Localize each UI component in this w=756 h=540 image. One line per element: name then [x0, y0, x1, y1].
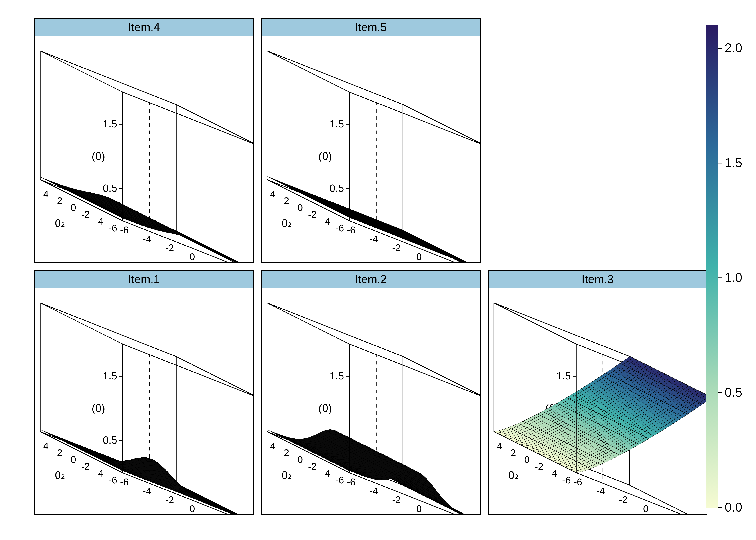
svg-text:1.5: 1.5: [329, 118, 344, 130]
svg-text:0: 0: [189, 251, 195, 262]
colorbar: 0.00.51.01.52.0: [705, 18, 742, 515]
svg-text:2: 2: [212, 260, 218, 262]
svg-text:4: 4: [497, 441, 502, 451]
svg-text:4: 4: [43, 441, 49, 451]
svg-line-106: [403, 356, 480, 398]
plot-area: 0.51.5(θ)-6-4-20246θ₁-6-4-20246θ₂: [35, 288, 253, 514]
svg-text:0: 0: [643, 503, 649, 514]
svg-text:-2: -2: [81, 461, 90, 472]
svg-text:-2: -2: [308, 209, 316, 220]
svg-text:0: 0: [524, 454, 530, 465]
svg-text:-6: -6: [120, 224, 129, 235]
svg-text:2: 2: [212, 512, 218, 514]
svg-text:-4: -4: [322, 468, 330, 478]
svg-text:-2: -2: [81, 209, 90, 220]
panel-Item.2: Item.20.51.5(θ)-6-4-20246θ₁-6-4-20246θ₂: [261, 270, 481, 515]
svg-text:2: 2: [57, 447, 62, 458]
surface: [40, 177, 253, 262]
plot-area: 0.51.5(θ)-6-4-20246θ₁-6-4-20246θ₂: [488, 288, 707, 514]
plot-area: 0.51.5(θ)-6-4-20246θ₁-6-4-20246θ₂: [35, 36, 253, 262]
svg-text:θ₂: θ₂: [55, 217, 65, 229]
svg-text:-4: -4: [322, 216, 330, 227]
svg-line-73: [123, 344, 253, 398]
colorbar-tick: 2.0: [725, 41, 742, 55]
svg-line-142: [494, 303, 576, 344]
svg-line-151: [576, 473, 707, 514]
svg-text:1.5: 1.5: [557, 370, 571, 382]
svg-line-5: [123, 92, 253, 146]
svg-text:-6: -6: [574, 476, 582, 487]
surface: [40, 430, 253, 514]
colorbar-tick: 1.5: [725, 156, 742, 170]
svg-text:-4: -4: [370, 233, 378, 244]
svg-text:1.5: 1.5: [329, 370, 344, 382]
svg-line-4: [176, 105, 253, 146]
svg-text:(θ): (θ): [318, 150, 332, 162]
svg-text:-6: -6: [562, 474, 571, 485]
svg-line-108: [267, 303, 349, 344]
svg-line-71: [40, 303, 176, 356]
strip-title: Item.1: [35, 271, 253, 288]
strip-title: Item.3: [488, 271, 707, 288]
svg-text:2: 2: [510, 447, 516, 458]
svg-text:2: 2: [57, 195, 62, 206]
svg-text:-4: -4: [143, 485, 151, 496]
svg-text:-4: -4: [596, 485, 605, 496]
svg-text:-4: -4: [143, 233, 151, 244]
svg-text:0: 0: [298, 454, 303, 465]
svg-line-40: [267, 51, 349, 92]
svg-text:0: 0: [189, 503, 195, 514]
svg-line-72: [176, 356, 253, 398]
svg-text:2: 2: [439, 260, 444, 262]
svg-text:2: 2: [439, 512, 444, 514]
svg-line-105: [267, 303, 403, 356]
panel-grid: Item.40.51.5(θ)-6-4-20246θ₁-6-4-20246θ₂I…: [34, 18, 707, 515]
svg-text:4: 4: [270, 189, 275, 199]
svg-text:4: 4: [43, 189, 49, 199]
panel-Item.5: Item.50.51.5(θ)-6-4-20246θ₁-6-4-20246θ₂: [261, 18, 481, 263]
svg-text:-2: -2: [166, 494, 174, 505]
svg-text:-2: -2: [166, 242, 174, 253]
svg-text:-4: -4: [95, 216, 103, 227]
svg-line-38: [403, 105, 480, 146]
svg-text:1.5: 1.5: [103, 118, 117, 130]
svg-text:0.5: 0.5: [103, 182, 117, 194]
svg-text:-6: -6: [335, 474, 344, 485]
surface: [267, 430, 480, 514]
svg-text:-2: -2: [392, 494, 401, 505]
svg-text:0.5: 0.5: [329, 182, 344, 194]
plot-area: 0.51.5(θ)-6-4-20246θ₁-6-4-20246θ₂: [262, 36, 480, 262]
svg-rect-170: [705, 25, 718, 508]
svg-line-6: [40, 51, 123, 92]
svg-line-107: [349, 344, 480, 398]
svg-text:-2: -2: [392, 242, 401, 253]
svg-line-139: [494, 303, 630, 356]
svg-text:-2: -2: [619, 494, 628, 505]
svg-line-3: [40, 51, 176, 105]
svg-text:1.5: 1.5: [103, 370, 117, 382]
svg-text:0: 0: [416, 251, 422, 262]
panel-empty: [488, 18, 707, 263]
svg-text:-4: -4: [370, 485, 378, 496]
svg-text:(θ): (θ): [92, 150, 105, 162]
svg-line-37: [267, 51, 403, 105]
svg-line-74: [40, 303, 123, 344]
svg-line-15: [123, 221, 253, 262]
svg-text:2: 2: [284, 447, 289, 458]
surface: [267, 177, 480, 262]
plot-area: 0.51.5(θ)-6-4-20246θ₁-6-4-20246θ₂: [262, 288, 480, 514]
panel-Item.3: Item.30.51.5(θ)-6-4-20246θ₁-6-4-20246θ₂: [488, 270, 707, 515]
svg-text:0.5: 0.5: [103, 434, 117, 446]
colorbar-tick: 0.0: [725, 500, 742, 514]
svg-text:0: 0: [416, 503, 422, 514]
svg-text:-6: -6: [108, 223, 117, 233]
svg-text:0: 0: [71, 454, 76, 465]
svg-text:-6: -6: [120, 476, 129, 487]
svg-text:-6: -6: [347, 476, 355, 487]
svg-text:2: 2: [284, 195, 289, 206]
svg-text:-2: -2: [535, 461, 544, 472]
svg-text:(θ): (θ): [318, 402, 332, 414]
svg-text:0: 0: [298, 202, 303, 213]
strip-title: Item.5: [262, 19, 480, 36]
panel-Item.1: Item.10.51.5(θ)-6-4-20246θ₁-6-4-20246θ₂: [34, 270, 254, 515]
